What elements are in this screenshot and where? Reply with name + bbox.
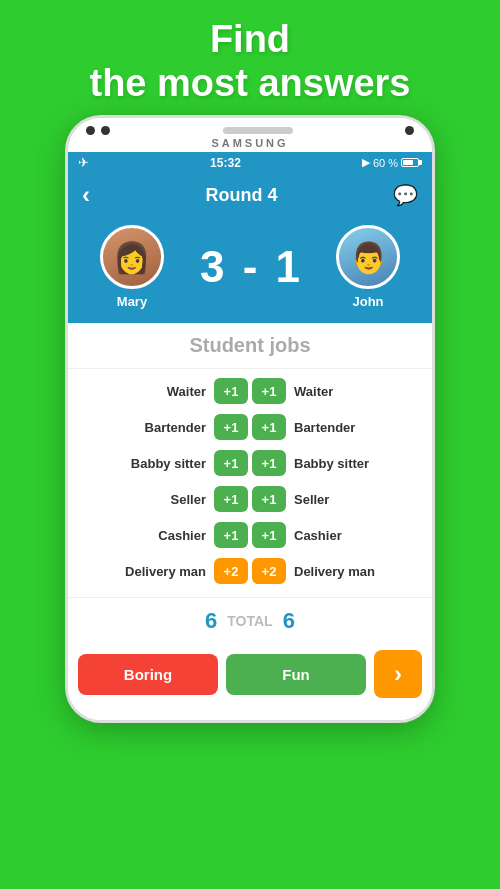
header-line2: the most answers — [0, 62, 500, 106]
badge-green: +1 — [252, 486, 286, 512]
battery-percent: 60 % — [373, 157, 398, 169]
page-header: Find the most answers — [0, 0, 500, 115]
table-row: Bartender +1 +1 Bartender — [80, 409, 420, 445]
battery-icon — [401, 158, 422, 167]
badge-orange: +2 — [214, 558, 248, 584]
answers-table: Waiter +1 +1 Waiter Bartender +1 +1 Bart… — [68, 369, 432, 593]
player-right: 👨 John — [336, 225, 400, 309]
answer-label-right: Delivery man — [286, 564, 420, 579]
avatar-mary: 👩 — [100, 225, 164, 289]
badge-green: +1 — [214, 486, 248, 512]
badges-left: +2 +2 — [214, 558, 286, 584]
status-left: ✈ — [78, 155, 89, 170]
camera-dot-2 — [101, 126, 110, 135]
chat-icon[interactable]: 💬 — [393, 183, 418, 207]
total-score-right: 6 — [283, 608, 295, 634]
app-header: ‹ Round 4 💬 — [68, 173, 432, 217]
phone-hardware-top — [68, 118, 432, 137]
answer-label-right: Bartender — [286, 420, 420, 435]
table-row: Delivery man +2 +2 Delivery man — [80, 553, 420, 589]
score-separator: - — [243, 242, 258, 291]
table-row: Waiter +1 +1 Waiter — [80, 373, 420, 409]
status-bar: ✈ 15:32 ▶ 60 % — [68, 152, 432, 173]
next-button[interactable]: › — [374, 650, 422, 698]
status-right: ▶ 60 % — [362, 156, 422, 169]
score-display: 3 - 1 — [200, 242, 300, 292]
avatar-john: 👨 — [336, 225, 400, 289]
answer-label-right: Waiter — [286, 384, 420, 399]
badges-left: +1 +1 — [214, 414, 286, 440]
next-arrow-icon: › — [394, 660, 402, 688]
badge-green: +1 — [214, 414, 248, 440]
player-left: 👩 Mary — [100, 225, 164, 309]
round-title: Round 4 — [206, 185, 278, 206]
gps-icon: ▶ — [362, 156, 370, 169]
badge-green: +1 — [252, 378, 286, 404]
player-left-name: Mary — [117, 294, 147, 309]
status-time: 15:32 — [210, 156, 241, 170]
badge-green: +1 — [252, 414, 286, 440]
answer-label-left: Bartender — [80, 420, 214, 435]
bottom-buttons: Boring Fun › — [68, 642, 432, 708]
table-row: Seller +1 +1 Seller — [80, 481, 420, 517]
player-right-name: John — [352, 294, 383, 309]
total-row: 6 TOTAL 6 — [68, 597, 432, 642]
table-row: Cashier +1 +1 Cashier — [80, 517, 420, 553]
answer-label-right: Babby sitter — [286, 456, 420, 471]
phone-speaker — [223, 127, 293, 134]
badge-green: +1 — [214, 450, 248, 476]
badges-left: +1 +1 — [214, 450, 286, 476]
samsung-brand: SAMSUNG — [68, 137, 432, 152]
badge-green: +1 — [214, 522, 248, 548]
answer-label-left: Cashier — [80, 528, 214, 543]
score-left: 3 — [200, 242, 224, 291]
phone-bottom-bar — [68, 708, 432, 720]
fun-button[interactable]: Fun — [226, 654, 366, 695]
game-content: Student jobs Waiter +1 +1 Waiter Bartend… — [68, 323, 432, 708]
badges-left: +1 +1 — [214, 486, 286, 512]
boring-button[interactable]: Boring — [78, 654, 218, 695]
badge-green: +1 — [252, 522, 286, 548]
badge-green: +1 — [252, 450, 286, 476]
total-score-left: 6 — [205, 608, 217, 634]
score-right: 1 — [276, 242, 300, 291]
table-row: Babby sitter +1 +1 Babby sitter — [80, 445, 420, 481]
answer-label-right: Seller — [286, 492, 420, 507]
badge-green: +1 — [214, 378, 248, 404]
badges-left: +1 +1 — [214, 378, 286, 404]
answer-label-left: Waiter — [80, 384, 214, 399]
answer-label-right: Cashier — [286, 528, 420, 543]
phone-frame: SAMSUNG ✈ 15:32 ▶ 60 % ‹ Round 4 💬 👩 Mar… — [65, 115, 435, 723]
answer-label-left: Seller — [80, 492, 214, 507]
badge-orange: +2 — [252, 558, 286, 584]
category-header: Student jobs — [68, 323, 432, 369]
camera-dot-1 — [86, 126, 95, 135]
front-cameras — [86, 126, 110, 135]
header-line1: Find — [0, 18, 500, 62]
front-camera — [405, 126, 414, 135]
answer-label-left: Delivery man — [80, 564, 214, 579]
score-section: 👩 Mary 3 - 1 👨 John — [68, 217, 432, 323]
answer-label-left: Babby sitter — [80, 456, 214, 471]
badges-left: +1 +1 — [214, 522, 286, 548]
total-label: TOTAL — [227, 613, 272, 629]
back-button[interactable]: ‹ — [82, 181, 90, 209]
